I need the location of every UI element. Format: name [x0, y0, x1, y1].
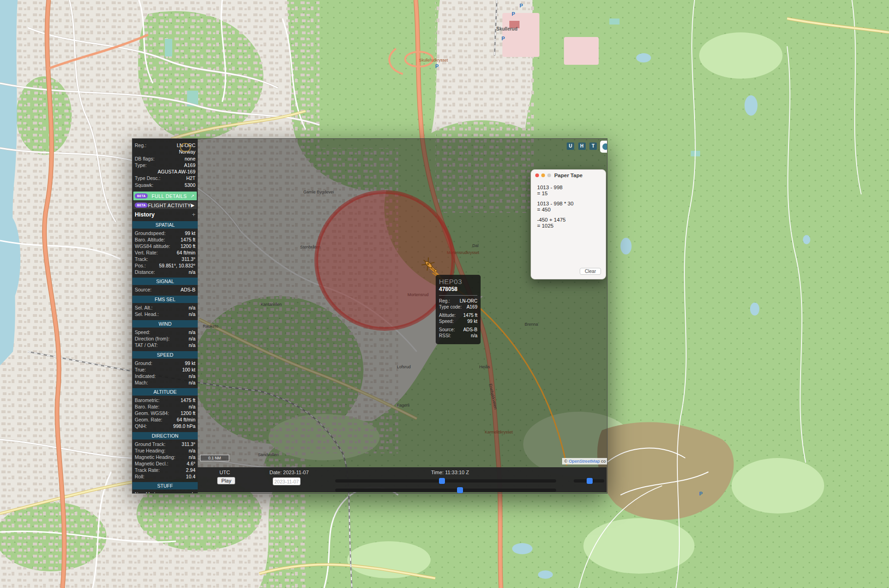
tooltip-value: A169	[467, 304, 477, 310]
paper-tape-titlebar[interactable]: Paper Tape	[531, 170, 606, 181]
row-value: n/a	[188, 491, 195, 494]
data-row: Groundspeed:99 kt	[132, 230, 198, 237]
data-row: QNH:998.0 hPa	[132, 423, 198, 430]
row-value: n/a	[188, 336, 195, 342]
tape-line: -450 + 1475	[537, 217, 606, 223]
section-header-wind: WIND	[132, 320, 198, 328]
row-value: 64 ft/min	[177, 250, 195, 256]
parking-icon: P	[512, 11, 515, 17]
row-value: 59.851°, 10.832°	[159, 263, 195, 269]
info-row: DB flags:none	[132, 155, 198, 162]
row-label: Groundspeed:	[135, 230, 166, 237]
row-value: 1475 ft	[181, 397, 195, 404]
data-row: Indicated:n/a	[132, 373, 198, 380]
data-row: Speed:n/a	[132, 329, 198, 336]
close-icon[interactable]	[535, 173, 539, 177]
row-label: Nav. Modes:	[135, 491, 162, 494]
tape-line	[537, 213, 606, 217]
data-row: Roll:10.4	[132, 474, 198, 480]
layer-switcher-button[interactable]	[600, 141, 607, 153]
tooltip-label: Reg.:	[439, 298, 450, 304]
row-label: Distance:	[135, 269, 155, 276]
section-header-stuff: STUFF	[132, 482, 198, 489]
section-header-direction: DIRECTION	[132, 432, 198, 439]
data-row: Direction (from):n/a	[132, 336, 198, 342]
paper-tape-title: Paper Tape	[554, 173, 582, 178]
data-row: Geom. Rate:64 ft/min	[132, 417, 198, 423]
row-value: n/a	[188, 373, 195, 380]
data-row: Vert. Rate:64 ft/min	[132, 250, 198, 256]
info-label: Reg.:	[135, 142, 146, 149]
info-row: Type Desc.:H2T	[132, 175, 198, 181]
data-row: Source:ADS-B	[132, 287, 198, 293]
tooltip-hex: 478058	[439, 286, 477, 292]
tape-line: 1013 - 998	[537, 185, 606, 191]
history-header: History +	[132, 209, 198, 219]
row-value: 1200 ft	[181, 410, 195, 417]
tooltip-value: 99 kt	[467, 319, 477, 325]
section-header-fms-sel: FMS SEL	[132, 296, 198, 303]
tooltip-row: Source:ADS-B	[439, 327, 477, 333]
speed-slider-handle[interactable]	[587, 478, 593, 484]
tooltip-group: Source:ADS-BRSSI:n/a	[439, 327, 477, 339]
tooltip-label: Speed:	[439, 319, 454, 325]
date-input[interactable]	[273, 477, 301, 485]
map-button-t[interactable]: T	[589, 142, 597, 150]
map-button-h[interactable]: H	[578, 142, 586, 150]
button-label: FULL DETAILS	[148, 193, 190, 199]
attribution-suffix: co	[601, 458, 606, 464]
tooltip-group: Reg.:LN-ORCType code:A169	[439, 298, 477, 310]
tooltip-label: RSSI:	[439, 333, 451, 339]
row-label: Geom. Rate:	[135, 417, 163, 423]
play-button[interactable]: Play	[217, 477, 235, 484]
row-label: Sel. Head.:	[135, 311, 159, 318]
clear-button[interactable]: Clear	[580, 268, 601, 275]
data-row: Pos.:59.851°, 10.832°	[132, 263, 198, 269]
info-value: A169	[184, 162, 195, 168]
tooltip-value: ADS-B	[463, 327, 477, 333]
history-expand-icon[interactable]: +	[192, 211, 195, 218]
data-row: Geom. WGS84:1200 ft	[132, 410, 198, 417]
data-row: Magnetic Heading:n/a	[132, 454, 198, 461]
row-value: n/a	[188, 454, 195, 461]
time-slider-handle[interactable]	[439, 478, 445, 484]
row-label: Barometric:	[135, 397, 160, 404]
row-label: Track:	[135, 256, 148, 263]
osm-link[interactable]: OpenStreetMap	[569, 458, 600, 464]
info-label: Type Desc.:	[135, 175, 160, 181]
tape-line	[537, 197, 606, 201]
section-header-speed: SPEED	[132, 351, 198, 359]
data-row: Track:311.3°	[132, 256, 198, 263]
row-label: Direction (from):	[135, 336, 169, 342]
row-label: Baro. Rate:	[135, 404, 159, 410]
scale-bar: 0.1 NM	[200, 455, 229, 461]
tape-line: 1013 - 998 * 30	[537, 201, 606, 207]
data-row: Mach:n/a	[132, 380, 198, 386]
row-value: n/a	[188, 311, 195, 318]
time-slider-track[interactable]	[335, 479, 556, 483]
row-value: 1475 ft	[181, 237, 195, 243]
row-value: 998.0 hPa	[173, 423, 195, 430]
data-row: Distance:n/a	[132, 269, 198, 276]
row-value: n/a	[188, 380, 195, 386]
row-label: Baro. Altitude:	[135, 237, 165, 243]
full-details-button[interactable]: BETAFULL DETAILS↗	[133, 192, 197, 200]
row-value: n/a	[188, 269, 195, 276]
info-row: Squawk:5300	[132, 182, 198, 188]
data-row: Sel. Head.:n/a	[132, 311, 198, 318]
info-value: none	[185, 155, 195, 162]
parking-icon: P	[520, 3, 523, 8]
range-ring	[316, 192, 453, 329]
tracker-window: Reg.:LN-ORCNorwayDB flags:noneType:A169A…	[132, 138, 607, 494]
range-slider-handle[interactable]	[457, 487, 463, 493]
map-button-u[interactable]: U	[567, 142, 574, 150]
layer-globe-icon	[602, 143, 607, 150]
flight-activity-button[interactable]: BETAFLIGHT ACTIVITY▶	[133, 201, 197, 209]
hover-ring-icon	[180, 143, 191, 152]
parking-icon: P	[699, 491, 702, 496]
row-label: Track Rate:	[135, 467, 160, 474]
minimize-icon[interactable]	[541, 173, 545, 177]
time-label: Time: 11:33:10 Z	[431, 470, 469, 475]
parking-icon: P	[435, 63, 438, 69]
range-slider-track[interactable]	[335, 489, 556, 492]
